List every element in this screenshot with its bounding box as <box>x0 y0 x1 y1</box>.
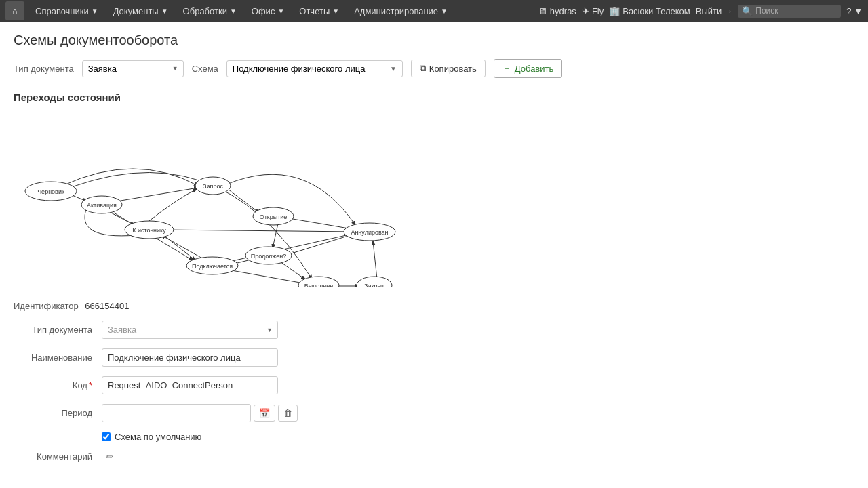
chevron-down-icon: ▼ <box>92 7 98 15</box>
company-label: Васюки Телеком <box>623 6 690 16</box>
hydras-user[interactable]: 🖥 hydras <box>538 6 576 16</box>
default-schema-row: Схема по умолчанию <box>102 432 854 442</box>
svg-line-16 <box>373 241 377 279</box>
search-input[interactable] <box>755 6 837 16</box>
calendar-button[interactable]: 📅 <box>254 405 275 422</box>
svg-text:Черновик: Черновик <box>37 188 64 195</box>
period-row: Период 📅 🗑 <box>14 404 854 422</box>
name-row: Наименование <box>14 348 854 367</box>
schema-label: Схема <box>192 64 218 74</box>
doc-type-select-wrap: Заявка <box>82 60 184 77</box>
copy-button[interactable]: ⧉ Копировать <box>411 60 486 77</box>
search-box[interactable]: 🔍 <box>738 5 841 18</box>
calendar-icon: 📅 <box>259 408 270 418</box>
name-label: Наименование <box>14 352 102 363</box>
monitor-icon: 🖥 <box>538 6 547 16</box>
doc-type-form-select[interactable]: Заявка <box>102 321 278 339</box>
nav-label-references: Справочники <box>35 6 89 16</box>
id-row: Идентификатор 666154401 <box>14 301 854 311</box>
svg-text:Открытие: Открытие <box>260 214 288 220</box>
plus-icon: ＋ <box>502 62 511 75</box>
schema-select-button[interactable]: Подключение физического лица ▼ <box>226 60 403 77</box>
svg-text:Аннулирован: Аннулирован <box>351 229 388 236</box>
nav-right-section: 🖥 hydras ✈ Fly 🏢 Васюки Телеком Выйти → … <box>538 5 863 18</box>
code-row: Код <box>14 376 854 394</box>
svg-line-6 <box>273 224 278 248</box>
top-navigation: ⌂ Справочники ▼ Документы ▼ Обработки ▼ … <box>0 0 868 22</box>
svg-line-12 <box>228 270 304 283</box>
schema-select-wrap: Подключение физического лица ▼ <box>226 60 403 77</box>
help-button[interactable]: ? ▼ <box>846 6 863 16</box>
svg-line-8 <box>165 230 354 232</box>
clear-period-button[interactable]: 🗑 <box>278 405 298 422</box>
code-label: Код <box>14 380 102 390</box>
home-button[interactable]: ⌂ <box>5 1 24 20</box>
fly-icon: ✈ <box>582 6 589 16</box>
period-input[interactable] <box>102 404 251 422</box>
comment-label: Комментарий <box>14 451 102 462</box>
toolbar: Тип документа Заявка Схема Подключение ф… <box>14 59 854 78</box>
nav-label-reports: Отчеты <box>299 6 330 16</box>
copy-label: Копировать <box>429 64 477 74</box>
chevron-down-icon: ▼ <box>441 7 448 15</box>
nav-label-office: Офис <box>252 6 275 16</box>
logout-button[interactable]: Выйти → <box>696 6 733 16</box>
svg-line-11 <box>285 233 357 256</box>
nav-label-admin: Администрирование <box>354 6 438 16</box>
company-user[interactable]: 🏢 Васюки Телеком <box>609 6 690 16</box>
hydras-label: hydras <box>550 6 576 16</box>
trash-icon: 🗑 <box>283 408 292 418</box>
nav-item-reports[interactable]: Отчеты ▼ <box>292 0 346 22</box>
state-graph: Черновик Активация Запрос Открытие К ист… <box>14 111 434 287</box>
nav-item-admin[interactable]: Администрирование ▼ <box>347 0 454 22</box>
code-input[interactable] <box>102 376 278 394</box>
svg-text:Продолжен?: Продолжен? <box>251 253 287 260</box>
logout-icon: → <box>724 6 732 16</box>
doc-type-row: Тип документа Заявка <box>14 321 854 339</box>
default-schema-checkbox[interactable] <box>102 432 111 441</box>
nav-item-office[interactable]: Офис ▼ <box>245 0 291 22</box>
svg-text:Активация: Активация <box>87 202 117 209</box>
company-icon: 🏢 <box>609 6 620 16</box>
nav-label-documents: Документы <box>113 6 159 16</box>
comment-row: Комментарий ✏ <box>14 451 854 462</box>
graph-section-title: Переходы состояний <box>14 92 854 103</box>
nav-item-references[interactable]: Справочники ▼ <box>28 0 105 22</box>
chevron-down-icon: ▼ <box>161 7 168 15</box>
fly-label: Fly <box>592 6 604 16</box>
search-icon: 🔍 <box>742 6 753 16</box>
name-input[interactable] <box>102 348 278 367</box>
period-label: Период <box>14 408 102 418</box>
chevron-down-icon: ▼ <box>277 7 284 15</box>
fly-user[interactable]: ✈ Fly <box>582 6 604 16</box>
default-schema-label[interactable]: Схема по умолчанию <box>115 432 201 442</box>
svg-text:Закрыт: Закрыт <box>364 283 384 287</box>
add-label: Добавить <box>515 64 553 74</box>
page-title: Схемы документооборота <box>14 33 854 48</box>
svg-text:Подключается: Подключается <box>192 263 233 270</box>
nav-item-processing[interactable]: Обработки ▼ <box>176 0 243 22</box>
doc-type-label: Тип документа <box>14 64 74 74</box>
svg-text:Запрос: Запрос <box>203 183 223 190</box>
help-label: ? <box>846 6 851 16</box>
svg-line-14 <box>161 235 203 259</box>
nav-item-documents[interactable]: Документы ▼ <box>106 0 175 22</box>
doc-type-select[interactable]: Заявка <box>82 60 184 77</box>
nav-label-processing: Обработки <box>183 6 227 16</box>
home-icon: ⌂ <box>12 6 18 16</box>
page-content: Схемы документооборота Тип документа Зая… <box>0 22 868 482</box>
doc-type-form-select-wrap: Заявка <box>102 321 278 339</box>
edit-icon[interactable]: ✏ <box>106 451 113 462</box>
id-value: 666154401 <box>85 301 129 311</box>
chevron-down-icon: ▼ <box>230 7 237 15</box>
copy-icon: ⧉ <box>420 63 426 74</box>
chevron-down-icon: ▼ <box>854 6 863 16</box>
svg-text:К источнику: К источнику <box>132 227 166 234</box>
logout-label: Выйти <box>696 6 722 16</box>
svg-line-4 <box>228 189 259 213</box>
add-button[interactable]: ＋ Добавить <box>494 59 562 78</box>
id-label: Идентификатор <box>14 301 79 311</box>
chevron-down-icon: ▼ <box>332 7 339 15</box>
form-section: Идентификатор 666154401 Тип документа За… <box>14 301 854 462</box>
period-controls: 📅 🗑 <box>102 404 298 422</box>
